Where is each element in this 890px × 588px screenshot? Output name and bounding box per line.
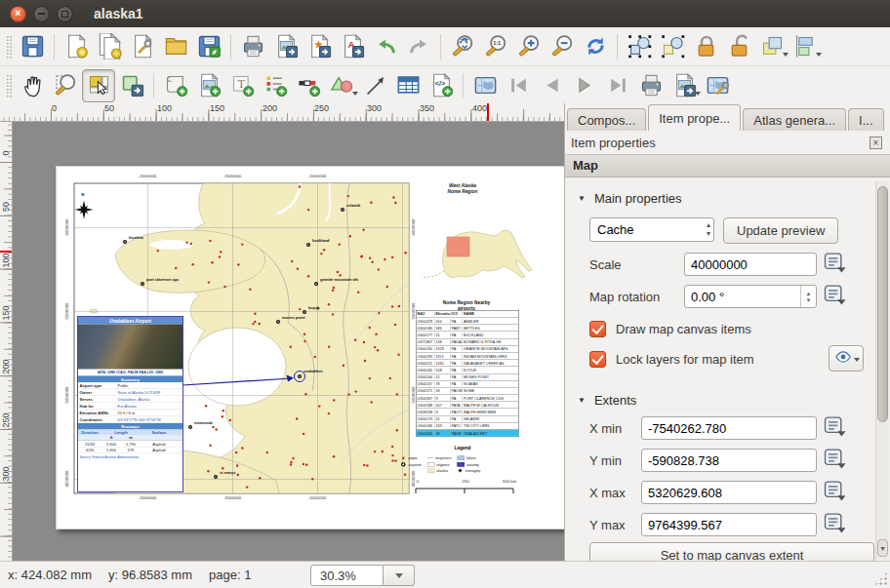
combobox-spinner-icon[interactable]: ▴▾ xyxy=(707,220,710,238)
data-defined-extent-button[interactable] xyxy=(822,416,849,440)
data-defined-rotation-button[interactable] xyxy=(822,285,849,308)
atlas-last-feature-button[interactable] xyxy=(601,69,634,102)
rotation-spinbox[interactable]: 0.00 °▴▾ xyxy=(684,285,817,308)
extent-input[interactable]: -590828.738 xyxy=(641,449,817,472)
composition-paper[interactable]: -2000000-1500000-1000000 -2000000-150000… xyxy=(56,166,564,529)
zoom-combobox[interactable]: 30.3% xyxy=(310,565,415,586)
atlas-first-feature-button[interactable] xyxy=(502,69,535,102)
legend-item: regions xyxy=(427,462,452,467)
toolbar-drag-handle[interactable] xyxy=(6,35,13,59)
table-header-row: NA3ElevationICONAME xyxy=(417,311,519,318)
print-atlas-button[interactable] xyxy=(634,69,668,102)
zoom-out-button[interactable] xyxy=(546,30,579,63)
export-atlas-button[interactable] xyxy=(668,69,701,102)
update-preview-button[interactable]: Update preview xyxy=(723,217,838,244)
atlas-prev-feature-button[interactable] xyxy=(535,69,568,102)
composition-manager-button[interactable] xyxy=(126,30,159,63)
add-attribute-table-button[interactable] xyxy=(391,69,425,102)
maximize-icon xyxy=(61,11,68,18)
print-button[interactable] xyxy=(236,30,269,63)
add-shape-button[interactable] xyxy=(325,69,358,102)
visible-layers-button[interactable] xyxy=(829,345,864,372)
cache-combobox[interactable]: Cache ▴▾ xyxy=(589,217,714,242)
window-maximize-button[interactable] xyxy=(57,6,73,22)
add-map-icon xyxy=(163,72,189,98)
zoom-in-button[interactable] xyxy=(512,30,546,63)
extent-input[interactable]: 9764399.567 xyxy=(641,513,817,536)
composer-side-panel: Compos...Item prope...Atlas genera...I..… xyxy=(564,103,890,561)
add-html-frame-button[interactable]: </> xyxy=(425,69,458,102)
draw-canvas-items-checkbox[interactable] xyxy=(589,321,606,337)
align-items-button[interactable] xyxy=(789,30,822,63)
add-scalebar-button[interactable] xyxy=(292,69,325,102)
main-properties-section[interactable]: ▼ Main properties xyxy=(578,191,875,206)
toolbar-separator xyxy=(230,34,231,59)
data-defined-extent-button[interactable] xyxy=(822,449,849,472)
pan-tool-button[interactable] xyxy=(16,69,49,102)
zoom-tool-button[interactable] xyxy=(49,69,82,102)
panel-tab[interactable]: Item prope... xyxy=(648,104,741,131)
select-all-items-button[interactable] xyxy=(623,30,656,63)
legend-swatch xyxy=(458,468,462,472)
select-move-item-button[interactable] xyxy=(82,69,115,102)
load-from-template-button[interactable] xyxy=(159,30,192,63)
atlas-settings-button[interactable] xyxy=(701,69,734,102)
ruler-label: 250 xyxy=(314,103,329,113)
zoom-value-input[interactable]: 30.3% xyxy=(310,565,384,586)
export-pdf-button[interactable]: A xyxy=(336,30,369,63)
scrollbar-down-arrow[interactable]: ▾ xyxy=(877,539,888,557)
move-item-content-button[interactable] xyxy=(115,69,148,102)
export-image-button[interactable] xyxy=(269,30,303,63)
extent-input[interactable]: 5320629.608 xyxy=(641,481,817,504)
add-legend-button[interactable] xyxy=(259,69,292,102)
data-defined-scale-button[interactable] xyxy=(822,253,849,276)
extent-field-row: X max 5320629.608 xyxy=(589,481,875,504)
add-arrow-icon xyxy=(362,72,388,98)
table-row: US001931113PAINDIAN MOUNTAIN LRRS xyxy=(417,352,519,359)
lock-layers-checkbox[interactable] xyxy=(589,351,606,368)
window-minimize-button[interactable] xyxy=(33,6,50,22)
toolbar-separator xyxy=(440,34,441,59)
panel-scrollbar[interactable]: ▾ xyxy=(875,181,889,560)
atlas-preview-button[interactable] xyxy=(468,69,502,102)
panel-tab[interactable]: Atlas genera... xyxy=(743,108,846,131)
window-close-button[interactable]: × xyxy=(10,6,26,22)
toolbar-drag-handle[interactable] xyxy=(6,74,13,98)
undo-button[interactable] xyxy=(369,30,402,63)
data-defined-extent-button[interactable] xyxy=(822,481,849,504)
extents-section[interactable]: ▼ Extents xyxy=(578,393,875,408)
lock-items-button[interactable] xyxy=(689,30,722,63)
save-project-button[interactable] xyxy=(16,30,49,63)
spinbox-arrows-icon[interactable]: ▴▾ xyxy=(800,286,816,307)
refresh-view-button[interactable] xyxy=(579,30,612,63)
add-map-button[interactable] xyxy=(159,69,192,102)
unlock-items-button[interactable] xyxy=(722,30,755,63)
zoom-dropdown-button[interactable] xyxy=(384,565,415,586)
scale-input[interactable]: 40000000 xyxy=(684,253,817,276)
panel-tab[interactable]: I... xyxy=(848,108,883,131)
deselect-all-button[interactable] xyxy=(656,30,689,63)
add-image-button[interactable] xyxy=(192,69,225,102)
raise-items-button[interactable] xyxy=(755,30,789,63)
panel-tab[interactable]: Compos... xyxy=(567,108,646,131)
duplicate-composition-button[interactable] xyxy=(93,30,126,63)
add-arrow-button[interactable] xyxy=(358,69,391,102)
new-composition-button[interactable] xyxy=(60,30,93,63)
data-defined-extent-button[interactable] xyxy=(822,513,849,536)
window-resize-grip[interactable] xyxy=(873,571,888,586)
panel-close-icon[interactable]: × xyxy=(870,137,882,149)
export-svg-button[interactable] xyxy=(303,30,336,63)
scrollbar-thumb[interactable] xyxy=(877,186,888,422)
redo-button[interactable] xyxy=(402,30,435,63)
add-label-button[interactable]: T xyxy=(225,69,259,102)
save-as-template-button[interactable] xyxy=(192,30,225,63)
extent-input[interactable]: -7540262.780 xyxy=(641,416,817,440)
composer-canvas[interactable]: -2000000-1500000-1000000 -2000000-150000… xyxy=(12,121,564,561)
set-to-map-canvas-extent-button[interactable]: Set to map canvas extent xyxy=(589,542,874,561)
zoom-actual-size-button[interactable]: 1:1 xyxy=(479,30,512,63)
printer-icon xyxy=(240,33,266,59)
legend-swatch xyxy=(401,462,406,467)
zoom-full-button[interactable] xyxy=(446,30,479,63)
atlas-next-feature-button[interactable] xyxy=(568,69,601,102)
airport-attribute-table: NA3ElevationICONAME US00229264PAAMBLERUS… xyxy=(416,310,519,437)
